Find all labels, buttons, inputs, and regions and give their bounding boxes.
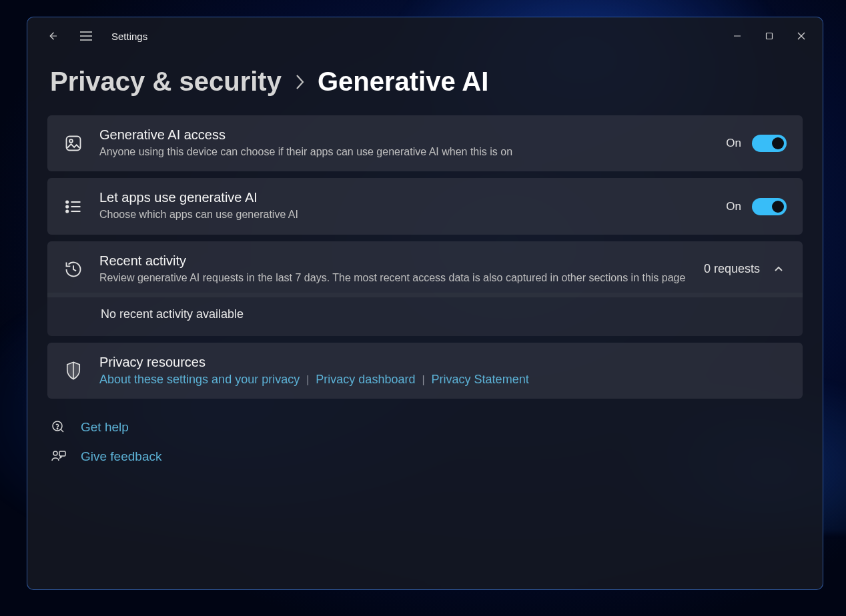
link-privacy-dashboard[interactable]: Privacy dashboard: [316, 373, 415, 387]
link-about-settings[interactable]: About these settings and your privacy: [99, 373, 300, 387]
separator: |: [422, 374, 424, 386]
breadcrumb: Privacy & security Generative AI: [50, 67, 803, 97]
breadcrumb-current: Generative AI: [318, 67, 488, 97]
content-area: Privacy & security Generative AI Generat…: [27, 55, 823, 589]
request-count: 0 requests: [704, 262, 760, 276]
toggle-generative-ai-access[interactable]: [752, 135, 787, 152]
card-desc: Review generative AI requests in the las…: [99, 271, 688, 285]
close-icon: [797, 32, 805, 40]
card-desc: Anyone using this device can choose if t…: [99, 145, 710, 159]
image-icon: [63, 133, 83, 153]
separator: |: [306, 374, 309, 386]
svg-rect-19: [59, 451, 65, 456]
menu-button[interactable]: [73, 23, 99, 49]
svg-point-11: [66, 210, 68, 212]
close-button[interactable]: [785, 23, 817, 49]
list-icon: [63, 197, 83, 217]
card-title: Let apps use generative AI: [99, 190, 710, 205]
back-arrow-icon: [47, 30, 59, 42]
app-title: Settings: [111, 31, 147, 42]
card-desc: Choose which apps can use generative AI: [99, 207, 710, 222]
minimize-button[interactable]: [721, 23, 753, 49]
history-icon: [63, 259, 83, 279]
get-help-label: Get help: [81, 420, 129, 435]
svg-point-17: [57, 428, 57, 429]
recent-activity-empty: No recent activity available: [47, 293, 803, 336]
get-help-link[interactable]: Get help: [50, 419, 803, 436]
shield-icon: [63, 361, 83, 381]
svg-point-8: [69, 139, 73, 143]
card-title: Privacy resources: [99, 355, 787, 370]
card-title: Generative AI access: [99, 127, 710, 143]
card-privacy-resources: Privacy resources About these settings a…: [47, 343, 803, 399]
svg-rect-7: [67, 137, 81, 151]
give-feedback-label: Give feedback: [81, 449, 161, 464]
chevron-up-icon[interactable]: [771, 261, 787, 277]
svg-rect-4: [767, 33, 773, 39]
empty-text: No recent activity available: [101, 307, 244, 321]
chevron-right-icon: [294, 73, 306, 91]
breadcrumb-parent[interactable]: Privacy & security: [50, 67, 282, 97]
maximize-icon: [765, 32, 773, 40]
hamburger-icon: [80, 31, 92, 41]
maximize-button[interactable]: [753, 23, 785, 49]
footer-links: Get help Give feedback: [47, 419, 803, 465]
titlebar: Settings: [27, 17, 823, 55]
help-icon: [50, 419, 67, 436]
back-button[interactable]: [39, 23, 66, 49]
toggle-let-apps-use-ai[interactable]: [752, 198, 787, 215]
svg-point-18: [53, 451, 57, 455]
settings-window: Settings Privacy & security Generative A…: [27, 17, 823, 590]
feedback-icon: [50, 448, 67, 465]
svg-point-10: [66, 205, 68, 207]
toggle-state-label: On: [726, 137, 741, 150]
card-recent-activity[interactable]: Recent activity Review generative AI req…: [47, 241, 803, 297]
give-feedback-link[interactable]: Give feedback: [50, 448, 803, 465]
svg-point-9: [66, 201, 68, 203]
card-generative-ai-access: Generative AI access Anyone using this d…: [47, 115, 803, 171]
minimize-icon: [733, 32, 741, 40]
card-title: Recent activity: [99, 253, 688, 269]
card-let-apps-use-ai: Let apps use generative AI Choose which …: [47, 178, 803, 234]
toggle-state-label: On: [726, 200, 741, 213]
link-privacy-statement[interactable]: Privacy Statement: [432, 373, 529, 387]
